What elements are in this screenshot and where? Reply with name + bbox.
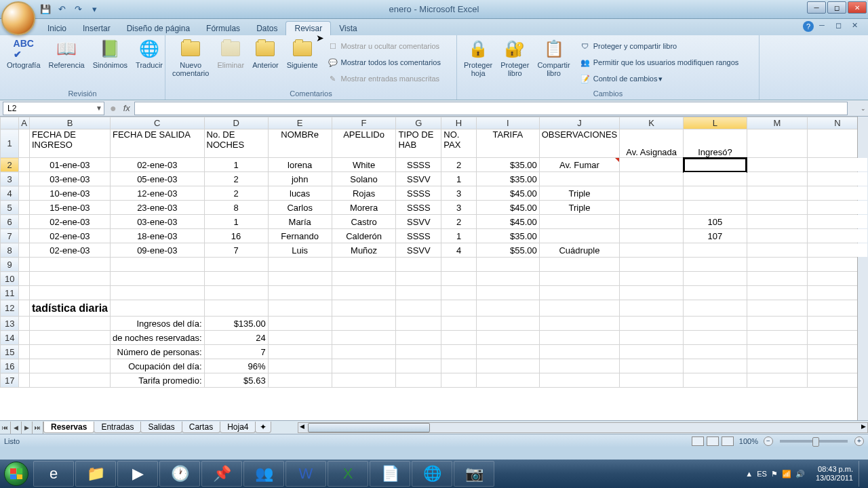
cell-J8[interactable]: Cuádruple xyxy=(539,243,620,258)
cell-I2[interactable]: $35.00 xyxy=(476,158,539,172)
cancel-formula-icon[interactable]: ● xyxy=(107,102,119,115)
taskbar-browser-icon[interactable]: 🌐 xyxy=(412,461,452,487)
cell-M5[interactable] xyxy=(747,201,807,215)
cell-K4[interactable] xyxy=(620,186,684,201)
col-header-C[interactable]: C xyxy=(111,117,205,129)
cell-K7[interactable] xyxy=(620,229,684,243)
cell-J7[interactable] xyxy=(539,229,620,243)
cell-A11[interactable] xyxy=(19,286,30,300)
cell-A12[interactable] xyxy=(19,300,30,317)
cell-A10[interactable] xyxy=(19,272,30,286)
cell-H4[interactable]: 3 xyxy=(441,186,477,201)
cell-H8[interactable]: 4 xyxy=(441,243,477,258)
restore-window-icon[interactable]: ◻ xyxy=(835,21,846,32)
cell-J11[interactable] xyxy=(539,286,620,300)
cell-A15[interactable] xyxy=(19,345,30,359)
cell-M15[interactable] xyxy=(747,345,807,359)
cell-J9[interactable] xyxy=(539,258,620,272)
cell-I10[interactable] xyxy=(476,272,539,286)
col-header-B[interactable]: B xyxy=(29,117,110,129)
cell-A6[interactable] xyxy=(19,215,30,229)
cell-B14[interactable] xyxy=(29,331,110,345)
row-header-1[interactable]: 1 xyxy=(1,129,19,158)
row-header-14[interactable]: 14 xyxy=(1,331,19,345)
cell-H10[interactable] xyxy=(441,272,477,286)
cell-B10[interactable] xyxy=(29,272,110,286)
cell-E17[interactable] xyxy=(268,373,332,388)
row-header-11[interactable]: 11 xyxy=(1,286,19,300)
tab-insertar[interactable]: Insertar xyxy=(75,22,119,35)
formula-input[interactable] xyxy=(134,102,848,115)
cell-D13[interactable]: $135.00 xyxy=(204,317,268,331)
cell-B4[interactable]: 10-ene-03 xyxy=(29,186,110,201)
cell-A3[interactable] xyxy=(19,172,30,186)
cell-H12[interactable] xyxy=(441,300,477,317)
cell-N8[interactable] xyxy=(807,243,867,258)
cell-H2[interactable]: 2 xyxy=(441,158,477,172)
insert-function-button[interactable]: fx xyxy=(119,103,134,113)
cell-L17[interactable] xyxy=(684,373,747,388)
col-header-F[interactable]: F xyxy=(332,117,396,129)
cell-L16[interactable] xyxy=(684,359,747,373)
cell-E14[interactable] xyxy=(268,331,332,345)
row-header-6[interactable]: 6 xyxy=(1,215,19,229)
cell-L2[interactable] xyxy=(684,158,747,172)
cell-L10[interactable] xyxy=(684,272,747,286)
cell-M6[interactable] xyxy=(747,215,807,229)
cell-E5[interactable]: Carlos xyxy=(268,201,332,215)
cell-G2[interactable]: SSSS xyxy=(396,158,441,172)
cell-C11[interactable] xyxy=(111,286,205,300)
close-window-icon[interactable]: ✕ xyxy=(852,21,863,32)
close-button[interactable]: ✕ xyxy=(848,1,867,14)
tab-nav-next-icon[interactable]: ▶ xyxy=(22,422,33,434)
ortografia-button[interactable]: ABC✔ Ortografía xyxy=(3,37,45,70)
cell-H3[interactable]: 1 xyxy=(441,172,477,186)
cell-K16[interactable] xyxy=(620,359,684,373)
cell-C16[interactable]: Ocupación del día: xyxy=(111,359,205,373)
tab-datos[interactable]: Datos xyxy=(248,22,285,35)
cell-G13[interactable] xyxy=(396,317,441,331)
cell-F11[interactable] xyxy=(332,286,396,300)
cell-I9[interactable] xyxy=(476,258,539,272)
mostrar-ocultar-comentarios-button[interactable]: ☐ Mostrar u ocultar comentarios xyxy=(325,39,443,53)
cell-B16[interactable] xyxy=(29,359,110,373)
tab-inicio[interactable]: Inicio xyxy=(39,22,75,35)
cell-I15[interactable] xyxy=(476,345,539,359)
cell-C2[interactable]: 02-ene-03 xyxy=(111,158,205,172)
cell-K10[interactable] xyxy=(620,272,684,286)
cell-J6[interactable] xyxy=(539,215,620,229)
cell-G1[interactable]: TIPO DE HAB xyxy=(396,129,441,158)
cell-M14[interactable] xyxy=(747,331,807,345)
traducir-button[interactable]: 🌐 Traducir xyxy=(132,37,167,70)
cell-M12[interactable] xyxy=(747,300,807,317)
cell-D12[interactable] xyxy=(204,300,268,317)
sheet-tab-salidas[interactable]: Salidas xyxy=(140,422,182,433)
cell-D6[interactable]: 1 xyxy=(204,215,268,229)
cell-I5[interactable]: $45.00 xyxy=(476,201,539,215)
cell-H9[interactable] xyxy=(441,258,477,272)
cell-K12[interactable] xyxy=(620,300,684,317)
cell-B7[interactable]: 02-ene-03 xyxy=(29,229,110,243)
tab-nav-last-icon[interactable]: ⏭ xyxy=(33,422,43,434)
proteger-libro-button[interactable]: 🔐 Proteger libro xyxy=(496,37,533,79)
cell-M7[interactable] xyxy=(747,229,807,243)
cell-C15[interactable]: Número de personas: xyxy=(111,345,205,359)
cell-J4[interactable]: Triple xyxy=(539,186,620,201)
control-cambios-button[interactable]: 📝 Control de cambios ▾ xyxy=(577,72,742,85)
cell-H11[interactable] xyxy=(441,286,477,300)
expand-formula-icon[interactable]: ⌄ xyxy=(859,102,868,115)
cell-B11[interactable] xyxy=(29,286,110,300)
maximize-button[interactable]: ◻ xyxy=(827,1,846,14)
cell-J15[interactable] xyxy=(539,345,620,359)
cell-F6[interactable]: Castro xyxy=(332,215,396,229)
cell-H15[interactable] xyxy=(441,345,477,359)
cell-D14[interactable]: 24 xyxy=(204,331,268,345)
proteger-hoja-button[interactable]: 🔒 Proteger hoja xyxy=(460,37,496,79)
cell-E6[interactable]: María xyxy=(268,215,332,229)
col-header-D[interactable]: D xyxy=(204,117,268,129)
cell-E2[interactable]: lorena xyxy=(268,158,332,172)
row-header-3[interactable]: 3 xyxy=(1,172,19,186)
cell-F15[interactable] xyxy=(332,345,396,359)
cell-K9[interactable] xyxy=(620,258,684,272)
cell-E1[interactable]: NOMBRe xyxy=(268,129,332,158)
